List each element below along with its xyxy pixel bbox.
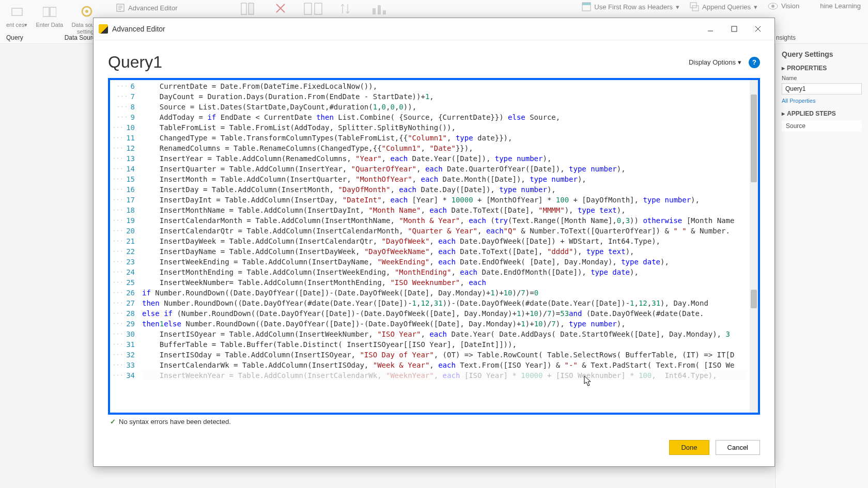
use-first-row-button[interactable]: Use First Row as Headers ▾ [579,1,683,12]
advanced-editor-button[interactable]: Advanced Editor [113,2,180,13]
svg-rect-2 [50,7,56,17]
status-text: No syntax errors have been detected. [119,418,231,426]
close-button[interactable] [747,21,769,37]
remove-icon[interactable] [274,1,288,17]
enter-data-button[interactable]: Enter Data [34,1,65,30]
applied-steps-label: APPLIED STEPS [787,110,836,117]
cancel-button[interactable]: Cancel [716,440,760,455]
powerbi-icon [99,24,108,34]
advanced-editor-dialog: Advanced Editor Query1 Display Options ▾… [93,18,775,467]
display-options-label: Display Options [689,58,736,66]
chevron-down-icon: ▾ [738,58,741,66]
help-button[interactable]: ? [749,57,760,68]
vision-button[interactable]: Vision [765,1,802,11]
append-queries-button[interactable]: Append Queries ▾ [687,1,761,12]
check-icon: ✓ [110,418,116,426]
recent-sources-button[interactable]: ent ces▾ [4,1,29,30]
svg-rect-16 [692,6,699,11]
display-options-dropdown[interactable]: Display Options ▾ [689,58,741,66]
adv-ed-label: Advanced Editor [128,4,177,12]
ml-label: hine Learning [820,2,861,10]
query-header: Query1 Display Options ▾ ? [108,53,760,72]
dialog-footer: Done Cancel [94,426,774,466]
split-icon[interactable] [303,1,324,17]
syntax-status: ✓ No syntax errors have been detected. [108,415,760,426]
scroll-thumb[interactable] [751,95,757,182]
line-gutter: ···6···7···8···9···10···11···12···13···1… [110,80,139,413]
dialog-titlebar[interactable]: Advanced Editor [94,18,774,40]
table-header-icon [582,2,591,11]
query-name-heading: Query1 [108,53,162,72]
svg-rect-6 [241,3,246,14]
svg-point-18 [771,5,774,8]
mouse-cursor [584,375,592,387]
name-field-label: Name [782,75,862,81]
svg-rect-15 [690,3,696,8]
svg-rect-9 [315,3,322,14]
properties-label: PROPERTIES [787,65,827,72]
code-editor[interactable]: ···6···7···8···9···10···11···12···13···1… [108,78,760,415]
chevron-down-icon: ▸ [782,110,785,117]
stats-icon[interactable] [370,1,391,17]
applied-steps-section[interactable]: ▸ APPLIED STEPS [782,110,862,117]
svg-rect-0 [12,8,22,15]
svg-rect-10 [373,8,376,14]
query-settings-panel: Query Settings ▸ PROPERTIES Name All Pro… [775,44,868,488]
query-name-input[interactable] [782,83,862,95]
svg-rect-7 [249,3,254,14]
svg-rect-13 [582,3,591,5]
columns-icon[interactable] [240,1,259,17]
svg-rect-8 [304,3,312,14]
code-text[interactable]: CurrentDate = Date.From(DateTime.FixedLo… [139,80,750,413]
vision-icon [768,3,778,10]
append-icon [690,2,699,11]
svg-point-4 [85,10,88,13]
sort-icon[interactable] [339,1,355,17]
svg-rect-19 [732,26,737,32]
vision-label: Vision [781,2,799,10]
svg-rect-12 [383,10,386,14]
maximize-button[interactable] [723,21,746,37]
machine-learning-button[interactable]: hine Learning [817,1,864,11]
all-properties-link[interactable]: All Properties [782,98,862,104]
vertical-scrollbar[interactable] [750,80,758,413]
done-button[interactable]: Done [669,440,709,455]
svg-rect-1 [43,7,49,17]
step-source[interactable]: Source [782,120,862,132]
svg-rect-11 [378,5,381,14]
chevron-down-icon: ▸ [782,65,785,72]
tab-data-source: Data Sourc [65,34,96,41]
dialog-title: Advanced Editor [112,25,165,33]
minimize-button[interactable] [699,21,722,37]
tab-query: Query [6,34,23,41]
enter-data-label: Enter Data [36,22,63,28]
recent-label: ent ces [6,22,24,28]
advanced-editor-icon [116,3,125,12]
aq-label: Append Queries [702,3,751,11]
properties-section[interactable]: ▸ PROPERTIES [782,65,862,72]
scroll-thumb[interactable] [751,290,757,308]
insights-label: nsights [776,34,796,41]
ufr-label: Use First Row as Headers [594,3,673,11]
panel-title: Query Settings [782,50,862,58]
ribbon-category-labels: Query Data Sourc [0,32,102,43]
